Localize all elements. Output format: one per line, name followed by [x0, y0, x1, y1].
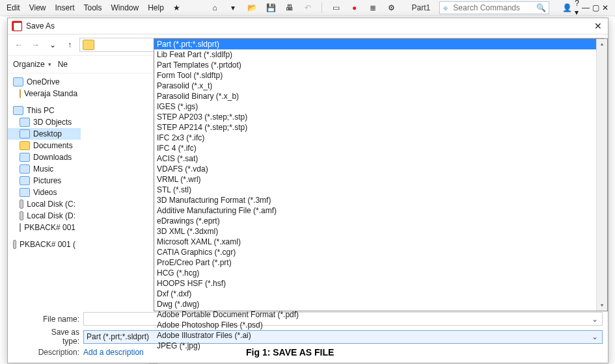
menu-view[interactable]: View: [29, 3, 46, 12]
sidebar-item-label: Local Disk (D:: [27, 211, 75, 220]
organize-button[interactable]: Organize: [13, 60, 51, 69]
filetype-option[interactable]: IFC 4 (*.ifc): [154, 143, 607, 153]
sidebar-item-3d-objects[interactable]: 3D Objects: [8, 116, 81, 128]
filetype-option[interactable]: Dxf (*.dxf): [154, 289, 607, 299]
filetype-option[interactable]: STEP AP203 (*.step;*.stp): [154, 112, 607, 122]
command-search-input[interactable]: [450, 2, 534, 14]
sidebar-item-icon: [20, 153, 30, 162]
search-icon[interactable]: 🔍: [534, 3, 549, 12]
dropdown-scrollbar[interactable]: ▴ ▾: [596, 39, 607, 311]
nav-back-icon[interactable]: ←: [12, 40, 26, 49]
menu-tools[interactable]: Tools: [84, 3, 102, 12]
maximize-icon[interactable]: ▢: [592, 3, 599, 12]
filetype-option[interactable]: 3D Manufacturing Format (*.3mf): [154, 195, 607, 205]
menu-insert[interactable]: Insert: [55, 3, 74, 12]
filetype-option[interactable]: ACIS (*.sat): [154, 153, 607, 164]
new-doc-icon[interactable]: ▾: [228, 2, 238, 14]
filetype-option[interactable]: Dwg (*.dwg): [154, 299, 607, 309]
filetype-option[interactable]: Adobe Portable Document Format (*.pdf): [154, 309, 607, 320]
filetype-option[interactable]: Part (*.prt;*.sldprt): [154, 39, 607, 49]
filetype-option[interactable]: Form Tool (*.sldftp): [154, 70, 607, 81]
filetype-value: Part (*.prt;*.sldprt): [87, 332, 149, 341]
scroll-track[interactable]: [597, 49, 607, 300]
scroll-down-icon[interactable]: ▾: [597, 300, 607, 311]
menu-star-icon[interactable]: ★: [173, 3, 180, 12]
filetype-dropdown-list[interactable]: Part (*.prt;*.sldprt)Lib Feat Part (*.sl…: [154, 38, 608, 311]
nav-sidebar[interactable]: OneDriveVeeraja StandaThis PC3D ObjectsD…: [8, 73, 81, 309]
filetype-option[interactable]: HCG (*.hcg): [154, 268, 607, 278]
sidebar-item-label: PKBACK# 001: [24, 223, 75, 232]
filetype-option[interactable]: VRML (*.wrl): [154, 174, 607, 185]
filetype-option[interactable]: Additive Manufacturing File (*.amf): [154, 205, 607, 216]
filetype-option[interactable]: IFC 2x3 (*.ifc): [154, 133, 607, 143]
sidebar-item-onedrive[interactable]: OneDrive: [8, 76, 81, 88]
close-app-icon[interactable]: ✕: [602, 3, 608, 12]
scroll-up-icon[interactable]: ▴: [597, 39, 607, 49]
sidebar-item-veeraja-standa[interactable]: Veeraja Standa: [8, 88, 81, 99]
minimize-icon[interactable]: —: [582, 3, 590, 12]
filetype-option[interactable]: HOOPS HSF (*.hsf): [154, 278, 607, 289]
sidebar-item-this-pc[interactable]: This PC: [8, 105, 81, 116]
sidebar-item-downloads[interactable]: Downloads: [8, 151, 81, 163]
file-list-area: Part (*.prt;*.sldprt)Lib Feat Part (*.sl…: [81, 73, 608, 309]
settings-icon[interactable]: ⚙: [387, 2, 396, 14]
select-icon[interactable]: ▭: [331, 2, 340, 14]
sidebar-item-local-disk-d-[interactable]: Local Disk (D:: [8, 210, 81, 222]
open-icon[interactable]: 📂: [247, 2, 257, 14]
sidebar-item-documents[interactable]: Documents: [8, 140, 81, 151]
filetype-option[interactable]: Adobe Illustrator Files (*.ai): [154, 330, 607, 341]
help-icon[interactable]: ? ▾: [575, 0, 579, 17]
filetype-option[interactable]: Microsoft XAML (*.xaml): [154, 237, 607, 247]
filetype-option[interactable]: eDrawings (*.eprt): [154, 216, 607, 226]
nav-forward-icon: →: [29, 40, 43, 49]
toolbar-separator: [321, 3, 322, 13]
filetype-option[interactable]: STEP AP214 (*.step;*.stp): [154, 122, 607, 133]
filetype-option[interactable]: STL (*.stl): [154, 185, 607, 195]
filetype-option[interactable]: ProE/Creo Part (*.prt): [154, 257, 607, 268]
filetype-option[interactable]: Part Templates (*.prtdot): [154, 60, 607, 70]
sidebar-item-local-disk-c-[interactable]: Local Disk (C:: [8, 198, 81, 210]
sidebar-item-icon: [20, 141, 30, 150]
filetype-option[interactable]: Lib Feat Part (*.sldlfp): [154, 49, 607, 60]
sidebar-item-label: PKBACK# 001 (: [20, 240, 75, 249]
add-description-link[interactable]: Add a description: [83, 348, 144, 357]
sidebar-item-label: Music: [33, 164, 53, 174]
user-icon[interactable]: 👤: [562, 3, 572, 12]
filetype-option[interactable]: 3D XML (*.3dxml): [154, 226, 607, 237]
undo-icon[interactable]: ↶: [303, 2, 312, 14]
menu-help[interactable]: Help: [148, 3, 164, 12]
sidebar-item-label: Videos: [33, 188, 57, 197]
sidebar-item-pkback-001-[interactable]: PKBACK# 001 (: [8, 239, 81, 250]
new-folder-button[interactable]: Ne: [58, 60, 68, 69]
sidebar-item-icon: [20, 176, 30, 185]
sidebar-item-videos[interactable]: Videos: [8, 187, 81, 198]
filetype-option[interactable]: Parasolid (*.x_t): [154, 81, 607, 91]
rebuild-icon[interactable]: ●: [349, 2, 359, 14]
command-search[interactable]: ⟐ 🔍: [439, 1, 549, 14]
filetype-option[interactable]: VDAFS (*.vda): [154, 164, 607, 174]
filetype-option[interactable]: JPEG (*.jpg): [154, 341, 607, 351]
filetype-option[interactable]: CATIA Graphics (*.cgr): [154, 247, 607, 257]
sidebar-item-icon: [20, 118, 30, 127]
sidebar-item-desktop[interactable]: Desktop: [8, 128, 81, 140]
filetype-option[interactable]: IGES (*.igs): [154, 101, 607, 112]
home-icon[interactable]: ⌂: [210, 2, 219, 14]
sidebar-item-music[interactable]: Music: [8, 163, 81, 175]
sidebar-item-pictures[interactable]: Pictures: [8, 175, 81, 187]
nav-up-icon[interactable]: ↑: [62, 40, 77, 49]
nav-recent-icon[interactable]: ⌄: [46, 40, 60, 49]
filetype-option[interactable]: Adobe Photoshop Files (*.psd): [154, 320, 607, 330]
dialog-titlebar: Save As ✕: [8, 18, 608, 34]
menu-edit[interactable]: Edit: [7, 3, 20, 12]
menu-window[interactable]: Window: [111, 3, 139, 12]
save-icon[interactable]: 💾: [266, 2, 276, 14]
document-title: Part1: [412, 3, 431, 12]
dialog-close-icon[interactable]: ✕: [592, 21, 604, 31]
sidebar-item-pkback-001[interactable]: PKBACK# 001: [8, 222, 81, 233]
app-icon: [12, 21, 22, 31]
filetype-option[interactable]: Parasolid Binary (*.x_b): [154, 91, 607, 101]
sidebar-item-label: This PC: [27, 106, 55, 115]
print-icon[interactable]: 🖶: [285, 2, 294, 14]
options-icon[interactable]: ≣: [368, 2, 377, 14]
sidebar-item-label: Desktop: [33, 129, 62, 138]
